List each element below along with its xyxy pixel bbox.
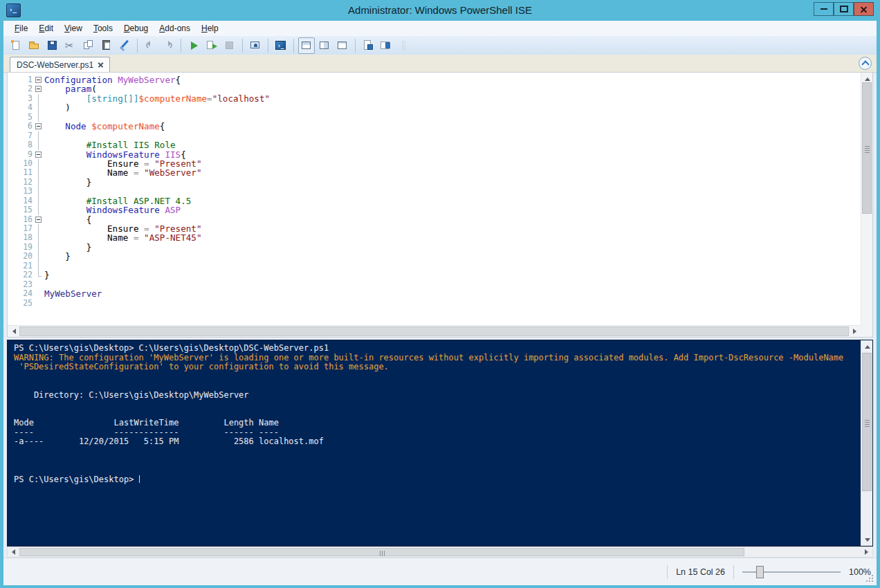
arrow-left-icon bbox=[10, 329, 16, 334]
title-bar: Administrator: Windows PowerShell ISE bbox=[0, 0, 880, 21]
zoom-slider[interactable] bbox=[742, 565, 841, 579]
save-button[interactable] bbox=[44, 37, 61, 54]
copy-button[interactable] bbox=[80, 37, 97, 54]
code-area[interactable]: 1Configuration MyWebServer{2 param(3 [st… bbox=[8, 73, 861, 325]
scroll-right-button[interactable] bbox=[861, 547, 872, 557]
console-output[interactable]: PS C:\Users\gis\Desktop> C:\Users\gis\De… bbox=[8, 340, 861, 546]
code-line[interactable]: 23 bbox=[8, 280, 861, 289]
editor-scrollbar-thumb[interactable] bbox=[862, 82, 872, 214]
open-script-button[interactable] bbox=[26, 37, 43, 54]
code-line[interactable]: 19 } bbox=[8, 243, 861, 252]
console-scrollbar-thumb[interactable] bbox=[862, 353, 872, 491]
code-line[interactable]: 17 Ensure = "Present" bbox=[8, 224, 861, 233]
resize-grip[interactable] bbox=[872, 580, 873, 582]
fold-toggle[interactable] bbox=[33, 215, 44, 224]
console-line: ---- ------------- ------ ---- bbox=[14, 428, 861, 438]
run-script-button[interactable] bbox=[185, 37, 202, 54]
tab-label: DSC-WebServer.ps1 bbox=[17, 60, 93, 70]
layout-max-icon bbox=[336, 39, 349, 52]
code-line[interactable]: 20 } bbox=[8, 252, 861, 261]
show-command-window-button[interactable] bbox=[360, 37, 376, 54]
editor-hscrollbar-thumb[interactable] bbox=[19, 327, 849, 336]
code-line[interactable]: 18 Name = "ASP-NET45" bbox=[8, 233, 861, 242]
scroll-down-button[interactable] bbox=[861, 534, 873, 546]
new-remote-tab-button[interactable] bbox=[247, 37, 264, 54]
code-line[interactable]: 25 bbox=[8, 299, 861, 308]
menu-item-debug[interactable]: Debug bbox=[118, 21, 154, 35]
code-line[interactable]: 7 bbox=[8, 131, 861, 140]
code-line[interactable]: 5 bbox=[8, 113, 861, 122]
fold-toggle[interactable] bbox=[33, 75, 44, 84]
code-line[interactable]: 22} bbox=[8, 270, 861, 279]
code-line[interactable]: 12 } bbox=[8, 178, 861, 187]
scroll-right-button[interactable] bbox=[849, 325, 861, 337]
new-script-button[interactable] bbox=[8, 37, 25, 54]
editor-horizontal-scrollbar[interactable] bbox=[8, 325, 861, 337]
code-line[interactable]: 14 #Install ASP.NET 4.5 bbox=[8, 196, 861, 205]
code-line[interactable]: 3 [string[]]$computerName="localhost" bbox=[8, 94, 861, 103]
code-line[interactable]: 2 param( bbox=[8, 84, 861, 93]
line-number: 3 bbox=[8, 94, 33, 103]
tab-close-icon[interactable] bbox=[98, 62, 103, 67]
console-horizontal-scrollbar[interactable] bbox=[7, 546, 873, 558]
code-line[interactable]: 10 Ensure = "Present" bbox=[8, 159, 861, 168]
line-number: 19 bbox=[8, 243, 33, 252]
script-editor-pane[interactable]: 1Configuration MyWebServer{2 param(3 [st… bbox=[7, 72, 873, 338]
console-hscrollbar-thumb[interactable] bbox=[19, 548, 744, 556]
code-line[interactable]: 8 #Install IIS Role bbox=[8, 140, 861, 149]
code-text: MyWebServer bbox=[44, 289, 102, 298]
toolbar-separator bbox=[355, 39, 356, 53]
redo-button[interactable] bbox=[160, 37, 176, 54]
scroll-left-button[interactable] bbox=[8, 325, 19, 337]
fold-gutter bbox=[33, 113, 44, 122]
menu-item-file[interactable]: File bbox=[9, 21, 33, 35]
code-line[interactable]: 16 { bbox=[8, 215, 861, 224]
zoom-slider-handle[interactable] bbox=[756, 566, 764, 578]
code-line[interactable]: 24MyWebServer bbox=[8, 289, 861, 298]
code-line[interactable]: 21 bbox=[8, 261, 861, 270]
start-powershell-button[interactable] bbox=[273, 37, 289, 54]
code-line[interactable]: 11 Name = "WebServer" bbox=[8, 168, 861, 177]
menu-item-edit[interactable]: Edit bbox=[33, 21, 59, 35]
paste-button[interactable] bbox=[98, 37, 115, 54]
undo-button[interactable] bbox=[142, 37, 158, 54]
code-text: Ensure = "Present" bbox=[44, 159, 201, 168]
editor-vertical-scrollbar[interactable] bbox=[861, 73, 872, 337]
code-line[interactable]: 13 bbox=[8, 187, 861, 196]
console-line bbox=[14, 400, 861, 410]
fold-toggle[interactable] bbox=[33, 150, 44, 159]
menu-item-add-ons[interactable]: Add-ons bbox=[154, 21, 196, 35]
run-selection-button[interactable] bbox=[203, 37, 220, 54]
window-title: Administrator: Windows PowerShell ISE bbox=[0, 4, 880, 16]
menu-item-help[interactable]: Help bbox=[196, 21, 224, 35]
code-line[interactable]: 15 WindowsFeature ASP bbox=[8, 205, 861, 214]
code-line[interactable]: 6 Node $computerName{ bbox=[8, 122, 861, 131]
clear-console-button[interactable] bbox=[116, 37, 133, 54]
code-line[interactable]: 1Configuration MyWebServer{ bbox=[8, 75, 861, 84]
code-line[interactable]: 9 WindowsFeature IIS{ bbox=[8, 150, 861, 159]
fold-toggle[interactable] bbox=[33, 122, 44, 131]
layout-max-button[interactable] bbox=[334, 37, 351, 54]
menu-item-view[interactable]: View bbox=[59, 21, 88, 35]
collapse-script-pane-button[interactable] bbox=[859, 57, 872, 70]
close-button[interactable] bbox=[854, 2, 874, 16]
collapse-minus-icon bbox=[35, 123, 42, 129]
maximize-button[interactable] bbox=[834, 2, 854, 16]
cut-button[interactable] bbox=[62, 37, 79, 54]
scroll-up-button[interactable] bbox=[861, 340, 873, 352]
layout-top-button[interactable] bbox=[298, 37, 315, 54]
code-line[interactable]: 4 ) bbox=[8, 103, 861, 112]
scroll-left-button[interactable] bbox=[8, 547, 19, 557]
line-number: 16 bbox=[8, 215, 33, 224]
console-vertical-scrollbar[interactable] bbox=[861, 340, 872, 546]
minimize-button[interactable] bbox=[814, 2, 834, 16]
console-line bbox=[14, 457, 861, 466]
layout-right-button[interactable] bbox=[316, 37, 333, 54]
console-pane[interactable]: PS C:\Users\gis\Desktop> C:\Users\gis\De… bbox=[7, 340, 873, 546]
menu-item-tools[interactable]: Tools bbox=[88, 21, 118, 35]
tab-dsc-webserver[interactable]: DSC-WebServer.ps1 bbox=[10, 57, 110, 72]
cut-icon bbox=[64, 39, 77, 52]
show-command-addon-button[interactable] bbox=[378, 37, 394, 54]
arrow-right-icon bbox=[865, 549, 871, 555]
fold-toggle[interactable] bbox=[33, 84, 44, 93]
